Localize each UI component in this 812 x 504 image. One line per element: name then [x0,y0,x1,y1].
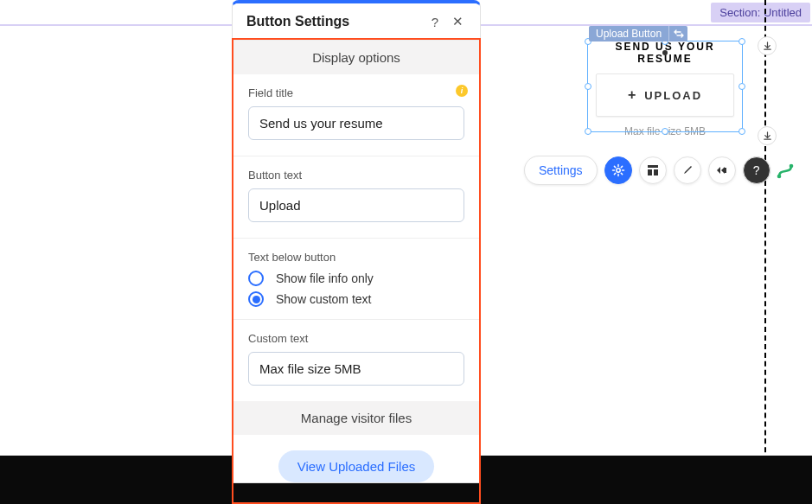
field-title-input[interactable] [248,106,464,140]
radio-label: Show file info only [276,271,374,285]
close-icon[interactable]: ✕ [449,14,466,29]
resize-handle-tr[interactable] [738,38,745,45]
rotate-handle[interactable] [662,50,668,55]
path-icon[interactable] [777,163,794,180]
display-options-header: Display options [233,41,480,74]
radio-icon [248,271,264,286]
section-tag[interactable]: Section: Untitled [711,3,810,22]
help-icon[interactable]: ? [743,156,770,184]
text-below-label: Text below button [248,251,464,264]
svg-rect-2 [648,169,652,175]
field-title-label: Field title [248,86,464,99]
radio-label: Show custom text [276,292,372,306]
radio-icon [248,291,264,307]
download-icon[interactable] [758,126,777,145]
manage-visitor-files-header: Manage visitor files [233,401,480,435]
resize-handle-mb[interactable] [662,128,668,135]
view-uploaded-files-button[interactable]: View Uploaded Files [278,450,434,482]
button-settings-panel: Button Settings ? ✕ Display options Fiel… [232,0,481,483]
svg-rect-1 [648,165,658,168]
panel-header: Button Settings ? ✕ [233,3,480,41]
upload-widget-selection[interactable]: Upload Button SEND US YOUR RESUME + UPLO… [587,30,743,137]
button-text-group: Button text [233,156,480,239]
svg-point-4 [777,175,782,179]
text-below-group: Text below button Show file info only Sh… [233,239,480,401]
custom-text-label: Custom text [248,332,464,345]
widget-tag[interactable]: Upload Button [589,26,687,41]
panel-title: Button Settings [246,14,421,29]
resize-handle-bl[interactable] [585,128,591,135]
custom-text-input[interactable] [248,352,464,386]
divider [233,319,480,320]
help-icon[interactable]: ? [426,15,444,29]
floating-toolbar: Settings ? [524,156,770,185]
info-icon[interactable] [456,85,468,97]
resize-handle-ml[interactable] [585,83,591,90]
vertical-guideline [764,0,766,504]
resize-handle-mr[interactable] [738,83,745,90]
svg-point-5 [790,164,794,169]
widget-tag-label: Upload Button [589,28,668,40]
resize-handle-br[interactable] [738,128,745,135]
swap-icon[interactable] [668,26,687,41]
brush-icon[interactable] [674,156,701,184]
download-icon[interactable] [758,36,777,55]
layout-icon[interactable] [639,156,667,184]
selection-box [587,41,743,132]
animate-icon[interactable] [708,156,736,184]
svg-point-0 [616,169,619,172]
radio-file-info-only[interactable]: Show file info only [248,271,464,286]
svg-rect-3 [654,169,658,175]
gear-icon[interactable] [604,156,632,184]
button-text-input[interactable] [248,188,464,222]
settings-button[interactable]: Settings [524,156,598,185]
radio-custom-text[interactable]: Show custom text [248,291,464,307]
button-text-label: Button text [248,169,464,182]
field-title-group: Field title [233,74,480,156]
